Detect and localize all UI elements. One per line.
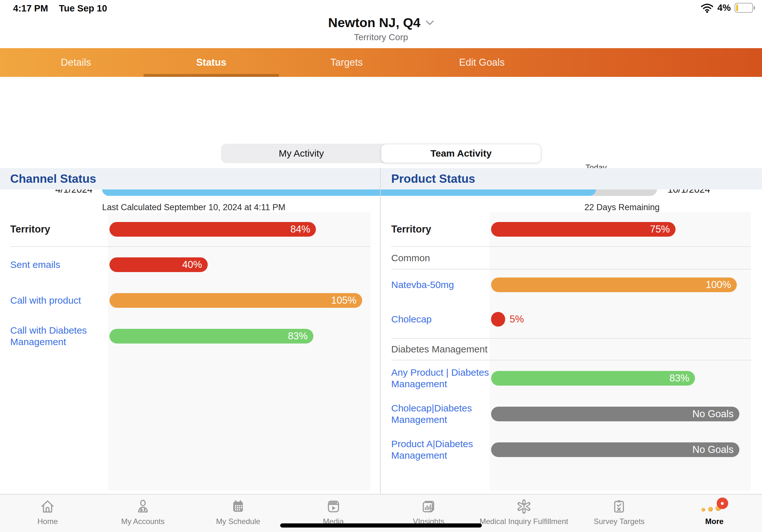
nav-label: More [705,517,724,526]
row-link[interactable]: Call with Diabetes Management [0,325,108,348]
section-label: Common [391,253,430,263]
channel-row-sent-emails: Sent emails 40% [0,247,380,283]
status-bar-product-a-diabetes: No Goals [491,442,739,457]
row-link[interactable]: Cholecap [381,313,490,325]
status-bar-call-with-product: 105% [110,293,362,308]
row-link[interactable]: Call with product [0,295,108,306]
product-status-title: Product Status [381,168,762,189]
page-subtitle: Territory Corp [0,32,762,42]
channel-status-title: Channel Status [0,168,380,189]
title-bar: Newton NJ, Q4 Territory Corp [0,15,762,42]
status-bar-sent-emails: 40% [110,257,208,272]
product-row-territory: Territory 75% [381,212,762,246]
nav-label: My Schedule [216,517,261,526]
battery-fill [736,4,738,11]
bar-value: No Goals [692,408,739,420]
bar-value: 84% [290,224,316,235]
home-indicator[interactable] [280,523,482,528]
more-icon [701,498,728,514]
status-bar-cholecap [491,312,505,327]
clock-date: Tue Sep 10 [59,3,107,14]
wifi-icon [701,3,714,13]
bar-value: 83% [669,372,695,384]
tab-details[interactable]: Details [8,48,144,77]
accounts-icon [135,498,151,514]
tab-targets[interactable]: Targets [279,48,414,77]
toggle-my-activity[interactable]: My Activity [221,144,381,163]
status-bar-cholecap-diabetes: No Goals [491,407,739,421]
bar-value: No Goals [692,444,739,455]
product-row-natevba: Natevba-50mg 100% [381,270,762,300]
status-bar-territory: 84% [110,222,316,237]
channel-status-panel: Channel Status Territory 84% Sent emails… [0,168,381,494]
product-row-product-a-diabetes: Product A|Diabetes Management No Goals [381,432,762,468]
product-row-cholecap: Cholecap 5% [381,300,762,338]
row-link[interactable]: Product A|Diabetes Management [381,438,490,461]
row-link[interactable]: Cholecap|Diabetes Management [381,403,490,426]
section-common: Common [381,247,762,269]
battery-percent: 4% [717,3,731,13]
section-label: Diabetes Management [391,344,488,355]
battery-icon [734,3,755,13]
product-row-any-product-diabetes: Any Product | Diabetes Management 83% [381,361,762,396]
bar-value: 105% [331,295,362,306]
bar-value: 83% [288,330,313,342]
row-link[interactable]: Sent emails [0,259,108,270]
row-label: Territory [381,223,490,235]
toggle-team-activity[interactable]: Team Activity [381,144,542,163]
nav-label: My Accounts [121,517,165,526]
status-columns: Channel Status Territory 84% Sent emails… [0,168,762,494]
status-bar-call-with-diabetes: 83% [110,329,313,344]
channel-row-call-with-diabetes: Call with Diabetes Management 83% [0,318,380,354]
row-link[interactable]: Natevba-50mg [381,279,490,291]
row-link[interactable]: Any Product | Diabetes Management [381,367,490,390]
channel-row-territory: Territory 84% [0,212,380,246]
bar-value: 100% [706,279,737,291]
product-row-cholecap-diabetes: Cholecap|Diabetes Management No Goals [381,396,762,432]
home-icon [40,498,55,514]
insights-icon [421,498,436,514]
medical-star-of-life-icon [516,498,532,514]
status-bar-territory: 75% [491,222,675,237]
nav-item-my-accounts[interactable]: My Accounts [95,498,191,532]
nav-label: Medical Inquiry Fulfillment [480,517,568,526]
nav-item-my-schedule[interactable]: My Schedule [190,498,286,532]
status-bar: 4:17 PM Tue Sep 10 4% [0,0,762,16]
territory-selector[interactable]: Newton NJ, Q4 [328,15,434,30]
section-tab-bar: Details Status Targets Edit Goals [0,48,762,77]
channel-row-call-with-product: Call with product 105% [0,283,380,318]
section-diabetes-management: Diabetes Management [381,339,762,360]
page-title: Newton NJ, Q4 [328,15,420,30]
row-label: Territory [0,223,108,235]
chevron-down-icon [426,20,434,26]
notification-badge [717,498,728,509]
clipboard-icon [611,498,627,514]
nav-item-survey-targets[interactable]: Survey Targets [572,498,667,532]
media-icon [326,498,341,514]
clock-time: 4:17 PM [13,3,48,14]
tab-status[interactable]: Status [144,48,279,77]
calendar-icon [230,498,246,514]
activity-toggle: My Activity Team Activity [221,144,541,163]
bar-value: 75% [650,224,675,235]
bar-value: 40% [182,259,208,270]
nav-item-medical-inquiry-fulfillment[interactable]: Medical Inquiry Fulfillment [476,498,572,532]
nav-label: Survey Targets [593,517,645,526]
bar-value-outside: 5% [509,313,524,325]
tab-edit-goals[interactable]: Edit Goals [414,48,550,77]
nav-label: Home [37,517,58,526]
status-bar-natevba: 100% [491,278,737,292]
nav-item-home[interactable]: Home [0,498,95,532]
status-bar-any-product-diabetes: 83% [491,371,695,386]
nav-item-more[interactable]: More [667,498,762,532]
product-status-panel: Product Status Territory 75% Common Nate… [381,168,762,494]
